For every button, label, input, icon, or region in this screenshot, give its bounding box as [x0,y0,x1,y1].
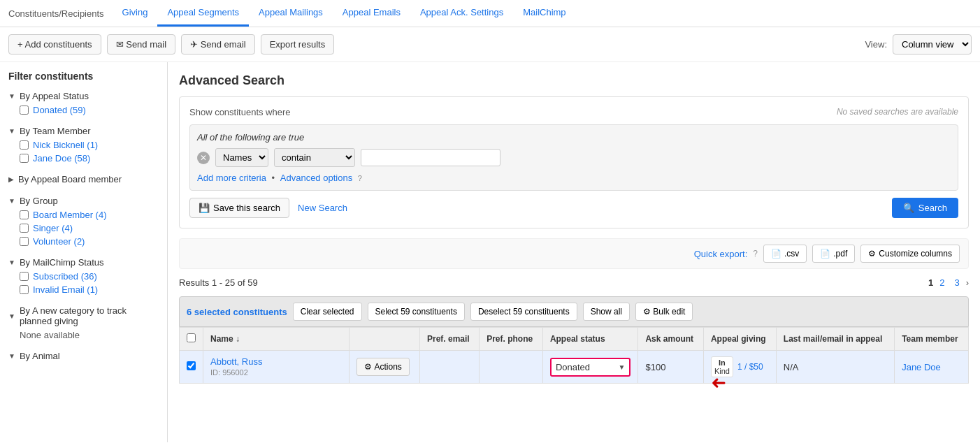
filter-checkbox-invalid-email[interactable] [20,285,29,294]
row-checkbox[interactable] [187,361,196,370]
criteria-links: Add more criteria • Advanced options ? [197,173,951,183]
actions-button[interactable]: ⚙ Actions [356,358,410,376]
page-3[interactable]: 3 [951,276,963,289]
col-pref-phone: Pref. phone [480,328,543,351]
results-bar: Results 1 - 25 of 59 1 2 3 › [179,276,969,289]
add-more-criteria-link[interactable]: Add more criteria [197,173,266,183]
col-pref-email: Pref. email [420,328,480,351]
col-last-mail: Last mail/email in appeal [776,328,894,351]
filter-group-appeal-status-header[interactable]: ▼ By Appeal Status [8,89,159,103]
tab-appeal-ack-settings[interactable]: Appeal Ack. Settings [410,0,513,27]
person-name-link[interactable]: Abbott, Russ [210,356,342,367]
row-pref-email-cell [420,351,480,384]
filter-group-appeal-board-header[interactable]: ▶ By Appeal Board member [8,172,159,187]
clear-selected-button[interactable]: Clear selected [293,303,362,321]
filter-link-donated[interactable]: Donated (59) [33,105,86,115]
pdf-icon: 📄 [820,249,830,259]
filter-group-team-member-header[interactable]: ▼ By Team Member [8,124,159,138]
send-email-button[interactable]: ✈ Send email [181,34,255,55]
filter-link-volunteer[interactable]: Volunteer (2) [33,236,85,247]
add-constituents-button[interactable]: + Add constituents [8,34,101,55]
filter-link-jane[interactable]: Jane Doe (58) [33,153,90,164]
filter-link-nick[interactable]: Nick Bicknell (1) [33,140,98,150]
filter-link-invalid-email[interactable]: Invalid Email (1) [33,284,98,295]
col-ask-amount: Ask amount [638,328,704,351]
send-mail-button[interactable]: ✉ Send mail [107,34,175,55]
help-icon[interactable]: ? [358,174,362,182]
filter-group-team-member-label: By Team Member [20,126,91,136]
csv-icon: 📄 [771,249,781,259]
view-select[interactable]: Column view [893,34,972,55]
advanced-options-link[interactable]: Advanced options [280,173,352,183]
col-actions [349,328,420,351]
filter-group-appeal-board: ▶ By Appeal Board member [8,172,159,187]
filter-link-singer[interactable]: Singer (4) [33,223,73,233]
deselect-all-button[interactable]: Deselect 59 constituents [470,303,577,321]
bulk-edit-button[interactable]: ⚙ Bulk edit [635,303,693,321]
team-member-link[interactable]: Jane Doe [902,362,941,372]
filter-group-mailchimp-header[interactable]: ▼ By MailChimp Status [8,255,159,270]
next-page-arrow[interactable]: › [966,277,969,288]
criteria-row: ✕ Names Email City State Zip contain do … [197,148,951,167]
filter-group-planned-giving-header[interactable]: ▼ By A new category to track planned giv… [8,303,159,328]
row-appeal-giving-cell: In Kind 1 / $50 ➜ [703,351,776,384]
row-pref-phone-cell [480,351,543,384]
tab-mailchimp[interactable]: MailChimp [513,0,575,27]
search-criteria: All of the following are true ✕ Names Em… [189,124,958,191]
search-button[interactable]: 🔍 Search [892,198,958,218]
results-info: Results 1 - 25 of 59 [179,277,258,288]
selection-bar: 6 selected constituents Clear selected S… [179,296,969,327]
filter-checkbox-jane[interactable] [20,154,29,163]
pdf-export-button[interactable]: 📄 .pdf [812,245,855,263]
filter-checkbox-volunteer[interactable] [20,237,29,246]
criteria-condition-select[interactable]: contain do not contain equal start with [274,148,355,167]
table-row: Abbott, Russ ID: 956002 ⚙ Actions [180,351,969,384]
filter-group-appeal-board-label: By Appeal Board member [18,174,122,184]
show-all-button[interactable]: Show all [583,303,630,321]
quick-export-help-icon[interactable]: ? [753,249,758,259]
tab-appeal-mailings[interactable]: Appeal Mailings [249,0,333,27]
main-layout: Filter constituents ▼ By Appeal Status D… [0,62,980,442]
tab-appeal-emails[interactable]: Appeal Emails [333,0,410,27]
page-1[interactable]: 1 [928,277,933,288]
filter-link-subscribed[interactable]: Subscribed (36) [33,271,97,282]
filter-group-mailchimp: ▼ By MailChimp Status Subscribed (36) In… [8,255,159,296]
filter-checkbox-nick[interactable] [20,140,29,150]
filter-checkbox-subscribed[interactable] [20,272,29,281]
tab-giving[interactable]: Giving [113,0,158,27]
criteria-field-select[interactable]: Names Email City State Zip [215,148,268,167]
filter-group-animal-header[interactable]: ▼ By Animal [8,349,159,363]
row-ask-amount-cell: $100 [638,351,704,384]
tab-appeal-segments[interactable]: Appeal Segments [157,0,249,27]
new-search-button[interactable]: New Search [298,203,347,213]
arrow-container: In Kind 1 / $50 ➜ [711,356,763,377]
filter-group-group-label: By Group [20,196,58,206]
filter-checkbox-donated[interactable] [20,106,29,115]
select-all-checkbox[interactable] [187,333,196,342]
page-2[interactable]: 2 [936,276,948,289]
export-results-button[interactable]: Export results [261,34,334,55]
floppy-icon: 💾 [199,203,210,213]
table-header-row: Name ↓ Pref. email Pref. phone Appeal st… [180,328,969,351]
criteria-value-input[interactable] [361,149,500,166]
appeal-status-dropdown[interactable]: Donated ▼ [550,358,631,377]
col-name[interactable]: Name ↓ [203,328,350,351]
col-team-member: Team member [895,328,969,351]
top-nav: Constituents/Recipients Giving Appeal Se… [0,0,980,27]
filter-checkbox-singer[interactable] [20,224,29,233]
filter-item-jane: Jane Doe (58) [8,152,159,165]
chevron-down-icon-4: ▼ [8,259,15,266]
filter-group-group-header[interactable]: ▼ By Group [8,194,159,208]
filter-link-board-member[interactable]: Board Member (4) [33,210,106,220]
select-all-button[interactable]: Select 59 constituents [368,303,465,321]
csv-export-button[interactable]: 📄 .csv [763,245,807,263]
customize-columns-button[interactable]: ⚙ Customize columns [860,245,960,263]
row-name-cell: Abbott, Russ ID: 956002 [203,351,350,384]
no-saved-searches: No saved searches are available [837,107,958,117]
remove-criteria-button[interactable]: ✕ [197,152,210,164]
filter-checkbox-board-member[interactable] [20,210,29,219]
save-search-button[interactable]: 💾 Save this search [189,198,289,218]
filter-group-planned-giving-label: By A new category to track planned givin… [20,305,159,326]
inkind-badge: In Kind [711,356,733,377]
criteria-label: All of the following are true [197,132,951,143]
